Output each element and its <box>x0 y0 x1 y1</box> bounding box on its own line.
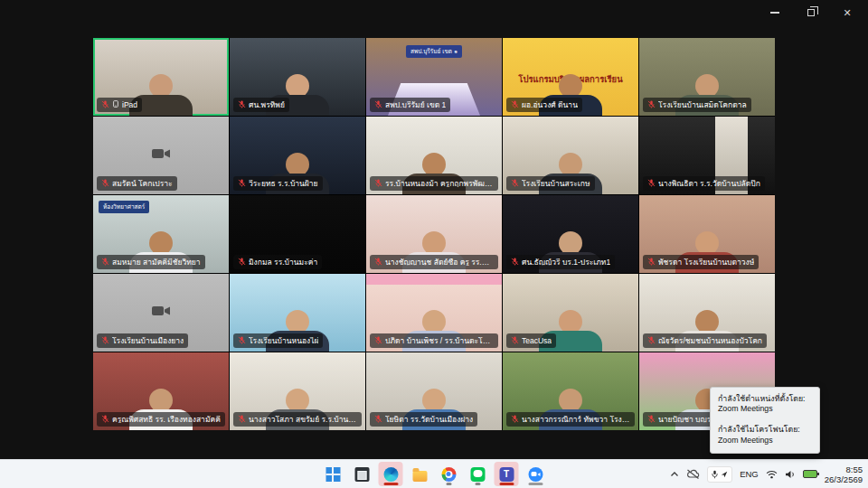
restore-button[interactable] <box>797 4 825 22</box>
minimize-icon <box>770 12 779 14</box>
tooltip-microphone-app: Zoom Meetings <box>718 436 812 446</box>
participant-name: ณัฐวัตร/ชุมชนบ้านหนองบัวโคก <box>658 337 762 345</box>
participant-tile[interactable]: ปภิดา บ้านเพ็ชร / รร.บ้านตะโกตาเมตร <box>366 274 502 352</box>
participant-tile[interactable]: มิ่งกมล รร.บ้านมะค่า <box>230 195 365 273</box>
participant-tile[interactable]: รร.บ้านหนองม้า ครูกฤกพรพัฒน์ อนุวัน <box>366 117 502 194</box>
participant-tile[interactable]: ศน.พรทิพย์ <box>230 38 365 116</box>
participant-tile[interactable]: นางชัญญานุช สัตย์ซื่อ ครู รร.บ้านลงกรที.… <box>366 195 502 273</box>
participant-tile[interactable]: TeacUsa <box>503 274 638 352</box>
participant-name: มิ่งกมล รร.บ้านมะค่า <box>249 258 317 267</box>
name-label: นางสาวกรรณิการ์ ทัพขวา โรงเรียนบ้านเห... <box>506 412 635 427</box>
participant-tile[interactable]: โรงเรียนบ้านเสม็ดโคกตาล <box>639 38 775 116</box>
participant-name: โรงเรียนบ้านเสม็ดโคกตาล <box>658 101 747 109</box>
name-label: สมรัตน์ โคกเปราะ <box>97 176 177 192</box>
name-label: วีระยุทธ ร.ร.บ้านฝ้าย <box>233 176 323 192</box>
privacy-indicator[interactable] <box>707 466 732 483</box>
battery-icon[interactable] <box>803 470 817 478</box>
name-label: ปภิดา บ้านเพ็ชร / รร.บ้านตะโกตาเมตร <box>370 333 498 349</box>
participant-tile[interactable]: โรงเรียนบ้านหนองไผ่ <box>230 274 365 352</box>
name-label: สมหมาย สามัคคีมีชัยวิทยา <box>97 255 205 270</box>
name-label: โยษิตา รร.วัดบ้านเมืองฝาง <box>370 412 477 427</box>
participant-tile[interactable]: นางสาวโสภา สุขรัมย์ ร.ร.บ้านกวางงอย <box>230 352 365 430</box>
participant-tile[interactable]: นางพิณธิดา ร.ร.วัดบ้านปลัดปุ๊ก <box>639 117 775 194</box>
participant-tile[interactable]: วีระยุทธ ร.ร.บ้านฝ้าย <box>230 117 365 194</box>
participant-tile[interactable]: ห้องวิทยาศาสตร์ สมหมาย สามัคคีมีชัยวิทยา <box>93 195 229 273</box>
participant-name: นางชัญญานุช สัตย์ซื่อ ครู รร.บ้านลงกรที.… <box>385 258 494 267</box>
mic-muted-icon <box>647 179 656 189</box>
participant-tile[interactable]: โปรแกรมบริหารผลการเรียน ผอ.อุ่นวงศ์ ดีนา… <box>503 38 638 116</box>
language-indicator[interactable]: ENG <box>740 469 759 479</box>
mic-muted-icon <box>374 179 382 189</box>
name-label: รร.บ้านหนองม้า ครูกฤกพรพัฒน์ อนุวัน <box>370 176 498 192</box>
mic-muted-icon <box>647 336 656 346</box>
participant-name: รร.บ้านหนองม้า ครูกฤกพรพัฒน์ อนุวัน <box>385 180 494 188</box>
wifi-icon[interactable] <box>766 470 778 479</box>
participant-name: โรงเรียนบ้านหนองไผ่ <box>249 337 318 345</box>
participant-tile[interactable]: โรงเรียนบ้านเมืองยาง <box>93 274 229 352</box>
name-label: พัชรดา โรงเรียนบ้านบุตาวงษ์ <box>643 255 759 270</box>
tooltip-location-title: กำลังใช้ตำแหน่งที่ตั้งโดย: <box>718 394 812 405</box>
taskbar-zoom-icon[interactable] <box>524 462 548 486</box>
mic-muted-icon <box>511 415 519 425</box>
name-label: ศน.พรทิพย์ <box>233 98 289 113</box>
taskbar-chrome-icon[interactable] <box>437 462 461 486</box>
participant-tile[interactable]: ณัฐวัตร/ชุมชนบ้านหนองบัวโคก <box>639 274 775 352</box>
participant-tile[interactable]: สพป.บุรีรัมย์ เขต ๑ สพป.บุรีรัมย์ เขต 1 <box>366 38 502 116</box>
name-label: ศน.ธัญญ์วรี บร.1-ประเภท1 <box>506 255 615 270</box>
participant-tile[interactable]: นางสาวกรรณิการ์ ทัพขวา โรงเรียนบ้านเห... <box>503 352 638 430</box>
taskbar-explorer-icon[interactable] <box>408 462 432 486</box>
taskbar-start-icon[interactable] <box>321 462 345 486</box>
mic-muted-icon <box>374 100 382 110</box>
name-label: นางพิณธิดา ร.ร.วัดบ้านปลัดปุ๊ก <box>643 176 765 192</box>
volume-icon[interactable] <box>785 470 796 479</box>
participant-tile[interactable]: ศน.ธัญญ์วรี บร.1-ประเภท1 <box>503 195 638 273</box>
taskbar-teams-icon[interactable] <box>495 462 519 486</box>
participant-tile[interactable]: โรงเรียนบ้านสระเกษ <box>503 117 638 194</box>
minimize-button[interactable] <box>761 4 788 22</box>
mic-muted-icon <box>101 100 109 110</box>
close-button[interactable]: ✕ <box>834 4 861 22</box>
name-label: โรงเรียนบ้านสระเกษ <box>506 176 595 192</box>
onedrive-paused-icon[interactable] <box>686 469 700 479</box>
participant-tile[interactable]: ครูณพิศสุทธิ์ รร. เรืองทองสามัคคี <box>93 352 229 430</box>
tray-date: 26/3/2569 <box>825 474 863 484</box>
mic-muted-icon <box>511 258 519 267</box>
taskbar-edge-icon[interactable] <box>379 462 403 486</box>
tray-chevron-up-icon[interactable] <box>670 471 679 478</box>
participant-tile[interactable]: สมรัตน์ โคกเปราะ <box>93 117 229 194</box>
participant-name: นางพิณธิดา ร.ร.วัดบ้านปลัดปุ๊ก <box>658 180 760 188</box>
name-label: โรงเรียนบ้านหนองไผ่ <box>233 333 323 349</box>
restore-icon <box>807 9 815 16</box>
mic-muted-icon <box>101 415 109 425</box>
participant-name: โยษิตา รร.วัดบ้านเมืองฝาง <box>385 416 473 424</box>
mic-muted-icon <box>511 336 519 346</box>
taskbar: ENG 8:55 26/3/2569 <box>0 459 868 488</box>
participant-name: โรงเรียนบ้านสระเกษ <box>522 180 590 188</box>
tray-location-icon <box>721 471 728 478</box>
tray-time: 8:55 <box>846 465 863 474</box>
tray-mic-icon <box>712 470 718 479</box>
mic-muted-icon <box>374 415 382 425</box>
tray-clock[interactable]: 8:55 26/3/2569 <box>825 465 863 484</box>
scene-sign: ห้องวิทยาศาสตร์ <box>99 201 149 213</box>
participant-tile[interactable]: iPad <box>93 38 229 116</box>
participant-tile[interactable]: โยษิตา รร.วัดบ้านเมืองฝาง <box>366 352 502 430</box>
camera-off-icon <box>151 304 171 322</box>
participant-name: สมหมาย สามัคคีมีชัยวิทยา <box>112 258 201 267</box>
taskbar-taskview-icon[interactable] <box>350 462 374 486</box>
mic-muted-icon <box>238 179 246 189</box>
participant-name: ศน.ธัญญ์วรี บร.1-ประเภท1 <box>522 258 610 267</box>
tooltip-location-app: Zoom Meetings <box>718 404 812 415</box>
tooltip-microphone-title: กำลังใช้ไมโครโฟนโดย: <box>718 425 812 436</box>
mic-muted-icon <box>374 258 382 267</box>
mic-muted-icon <box>101 179 109 189</box>
mic-muted-icon <box>511 100 519 110</box>
mic-muted-icon <box>647 258 656 267</box>
mic-muted-icon <box>647 100 656 110</box>
participant-tile[interactable]: พัชรดา โรงเรียนบ้านบุตาวงษ์ <box>639 195 775 273</box>
system-usage-tooltip: กำลังใช้ตำแหน่งที่ตั้งโดย: Zoom Meetings… <box>710 387 820 455</box>
participant-name: วีระยุทธ ร.ร.บ้านฝ้าย <box>249 180 318 188</box>
taskbar-line-icon[interactable] <box>466 462 490 486</box>
name-label: iPad <box>97 98 142 113</box>
participant-name: นางสาวกรรณิการ์ ทัพขวา โรงเรียนบ้านเห... <box>522 416 630 424</box>
